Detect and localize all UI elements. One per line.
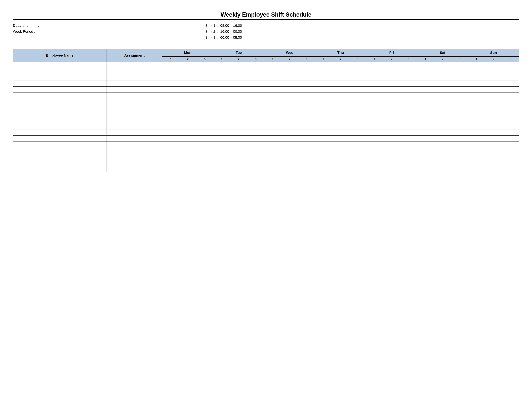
shift-cell[interactable] xyxy=(332,117,349,123)
shift-cell[interactable] xyxy=(213,166,230,172)
shift-cell[interactable] xyxy=(383,74,400,80)
shift-cell[interactable] xyxy=(434,160,451,166)
assignment-cell[interactable] xyxy=(106,68,162,74)
shift-cell[interactable] xyxy=(485,105,502,111)
shift-cell[interactable] xyxy=(502,80,519,86)
shift-cell[interactable] xyxy=(400,62,417,68)
shift-cell[interactable] xyxy=(485,74,502,80)
employee-name-cell[interactable] xyxy=(13,166,107,172)
shift-cell[interactable] xyxy=(315,99,332,105)
shift-cell[interactable] xyxy=(281,93,298,99)
shift-cell[interactable] xyxy=(349,123,366,130)
shift-cell[interactable] xyxy=(281,136,298,142)
shift-cell[interactable] xyxy=(315,136,332,142)
shift-cell[interactable] xyxy=(162,62,179,68)
shift-cell[interactable] xyxy=(332,99,349,105)
shift-cell[interactable] xyxy=(298,99,315,105)
shift-cell[interactable] xyxy=(400,86,417,93)
shift-cell[interactable] xyxy=(383,105,400,111)
shift-cell[interactable] xyxy=(298,166,315,172)
shift-cell[interactable] xyxy=(196,111,213,117)
shift-cell[interactable] xyxy=(485,80,502,86)
shift-cell[interactable] xyxy=(434,93,451,99)
shift-cell[interactable] xyxy=(298,74,315,80)
shift-cell[interactable] xyxy=(451,74,468,80)
shift-cell[interactable] xyxy=(213,136,230,142)
shift-cell[interactable] xyxy=(281,130,298,136)
shift-cell[interactable] xyxy=(162,80,179,86)
shift-cell[interactable] xyxy=(366,68,383,74)
shift-cell[interactable] xyxy=(247,93,264,99)
assignment-cell[interactable] xyxy=(106,136,162,142)
shift-cell[interactable] xyxy=(417,117,434,123)
assignment-cell[interactable] xyxy=(106,160,162,166)
shift-cell[interactable] xyxy=(434,99,451,105)
shift-cell[interactable] xyxy=(247,166,264,172)
employee-name-cell[interactable] xyxy=(13,142,107,148)
shift-cell[interactable] xyxy=(162,99,179,105)
shift-cell[interactable] xyxy=(451,148,468,154)
shift-cell[interactable] xyxy=(366,111,383,117)
shift-cell[interactable] xyxy=(264,142,281,148)
shift-cell[interactable] xyxy=(468,130,485,136)
shift-cell[interactable] xyxy=(502,123,519,130)
shift-cell[interactable] xyxy=(400,136,417,142)
employee-name-cell[interactable] xyxy=(13,111,107,117)
shift-cell[interactable] xyxy=(502,117,519,123)
shift-cell[interactable] xyxy=(383,160,400,166)
shift-cell[interactable] xyxy=(332,62,349,68)
shift-cell[interactable] xyxy=(247,142,264,148)
shift-cell[interactable] xyxy=(230,80,247,86)
shift-cell[interactable] xyxy=(349,111,366,117)
shift-cell[interactable] xyxy=(315,154,332,160)
shift-cell[interactable] xyxy=(349,136,366,142)
shift-cell[interactable] xyxy=(434,68,451,74)
shift-cell[interactable] xyxy=(247,148,264,154)
shift-cell[interactable] xyxy=(502,62,519,68)
shift-cell[interactable] xyxy=(349,80,366,86)
shift-cell[interactable] xyxy=(230,68,247,74)
shift-cell[interactable] xyxy=(298,68,315,74)
shift-cell[interactable] xyxy=(230,105,247,111)
shift-cell[interactable] xyxy=(383,80,400,86)
shift-cell[interactable] xyxy=(502,166,519,172)
shift-cell[interactable] xyxy=(196,74,213,80)
shift-cell[interactable] xyxy=(366,136,383,142)
shift-cell[interactable] xyxy=(434,136,451,142)
shift-cell[interactable] xyxy=(400,93,417,99)
shift-cell[interactable] xyxy=(247,99,264,105)
shift-cell[interactable] xyxy=(298,123,315,130)
shift-cell[interactable] xyxy=(264,154,281,160)
shift-cell[interactable] xyxy=(366,117,383,123)
shift-cell[interactable] xyxy=(281,86,298,93)
shift-cell[interactable] xyxy=(366,160,383,166)
shift-cell[interactable] xyxy=(383,154,400,160)
shift-cell[interactable] xyxy=(315,142,332,148)
shift-cell[interactable] xyxy=(434,117,451,123)
shift-cell[interactable] xyxy=(383,136,400,142)
shift-cell[interactable] xyxy=(162,166,179,172)
shift-cell[interactable] xyxy=(349,166,366,172)
shift-cell[interactable] xyxy=(434,111,451,117)
shift-cell[interactable] xyxy=(383,123,400,130)
shift-cell[interactable] xyxy=(332,166,349,172)
shift-cell[interactable] xyxy=(230,62,247,68)
shift-cell[interactable] xyxy=(451,86,468,93)
shift-cell[interactable] xyxy=(366,86,383,93)
shift-cell[interactable] xyxy=(179,93,196,99)
shift-cell[interactable] xyxy=(315,130,332,136)
shift-cell[interactable] xyxy=(349,148,366,154)
shift-cell[interactable] xyxy=(468,117,485,123)
shift-cell[interactable] xyxy=(468,99,485,105)
assignment-cell[interactable] xyxy=(106,117,162,123)
shift-cell[interactable] xyxy=(332,68,349,74)
shift-cell[interactable] xyxy=(196,148,213,154)
shift-cell[interactable] xyxy=(281,160,298,166)
shift-cell[interactable] xyxy=(247,160,264,166)
shift-cell[interactable] xyxy=(298,154,315,160)
shift-cell[interactable] xyxy=(451,68,468,74)
employee-name-cell[interactable] xyxy=(13,86,107,93)
shift-cell[interactable] xyxy=(298,111,315,117)
shift-cell[interactable] xyxy=(162,105,179,111)
shift-cell[interactable] xyxy=(332,93,349,99)
